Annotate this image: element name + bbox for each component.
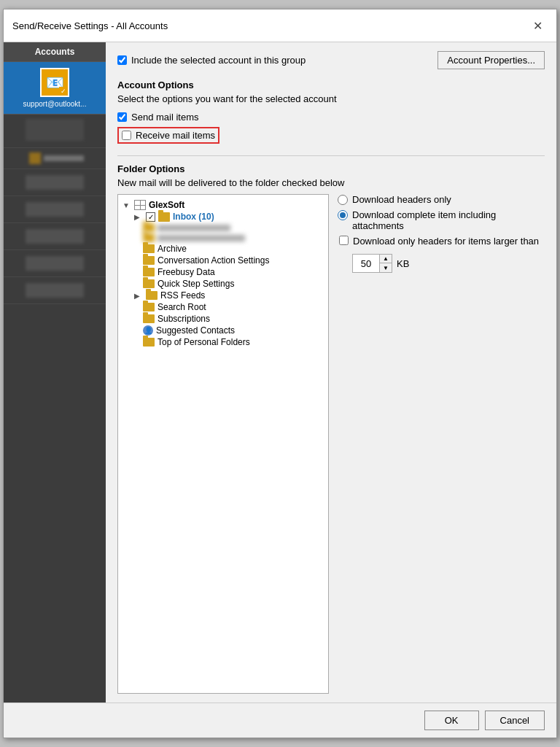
dialog-body: Accounts 📧 ✓ support@outlookt... <box>4 42 556 703</box>
folder-tree[interactable]: ▼ GlexSoft ▶ <box>117 194 329 694</box>
download-headers-large-label: Download only headers for items larger t… <box>353 236 539 247</box>
tree-label-archive: Archive <box>158 244 187 254</box>
account-options-desc: Select the options you want for the sele… <box>117 93 545 104</box>
inbox-label: Inbox (10) <box>173 212 214 222</box>
kb-value-input[interactable] <box>353 257 379 271</box>
sidebar-item-icon-4 <box>26 202 84 217</box>
include-checkbox-row: Include the selected account in this gro… <box>117 55 306 66</box>
include-row: Include the selected account in this gro… <box>117 51 545 69</box>
tree-item-top-personal[interactable]: Top of Personal Folders <box>122 336 324 348</box>
spinner-up-button[interactable]: ▲ <box>380 255 392 263</box>
send-mail-label: Send mail items <box>131 112 198 123</box>
sidebar-item-2[interactable] <box>4 148 106 169</box>
tree-label-suggested-contacts: Suggested Contacts <box>156 325 235 336</box>
receive-mail-row: Receive mail items <box>117 127 545 144</box>
tree-item-rss[interactable]: ▶ RSS Feeds <box>122 290 324 301</box>
account-icon: 📧 ✓ <box>40 68 69 97</box>
chevron-right-icon: ▶ <box>134 213 143 221</box>
conversation-folder-icon <box>143 256 155 265</box>
folder-options-section: Folder Options New mail will be delivere… <box>117 163 545 694</box>
grid-icon <box>134 200 146 210</box>
ok-button[interactable]: OK <box>424 711 479 730</box>
radio-complete-item-label: Download complete item including attachm… <box>352 209 545 231</box>
radio-complete-item[interactable] <box>338 210 348 220</box>
sidebar-item-icon-5 <box>26 229 84 244</box>
tree-item-suggested-contacts[interactable]: 👤 Suggested Contacts <box>122 325 324 336</box>
tree-item-searchroot[interactable]: Search Root <box>122 301 324 313</box>
spinner-down-button[interactable]: ▼ <box>380 263 392 272</box>
kb-unit-label: KB <box>397 258 409 269</box>
radio-headers-only-row: Download headers only <box>338 194 545 205</box>
chevron-down-icon: ▼ <box>122 201 131 209</box>
send-receive-settings-dialog: Send/Receive Settings - All Accounts ✕ A… <box>3 9 557 738</box>
sidebar-item-icon-2 <box>26 152 84 164</box>
download-headers-large-checkbox[interactable] <box>339 236 349 245</box>
folder-panel: ▼ GlexSoft ▶ <box>117 194 545 694</box>
tree-item-root[interactable]: ▼ GlexSoft <box>122 199 324 211</box>
account-badge: ✓ <box>59 87 68 96</box>
archive-folder-icon <box>143 244 155 253</box>
tree-root-label: GlexSoft <box>149 200 184 210</box>
section-divider <box>117 155 545 156</box>
tree-item-inbox[interactable]: ▶ Inbox (10) <box>122 211 324 222</box>
sidebar-item-icon-3 <box>26 175 84 190</box>
sidebar-header: Accounts <box>4 42 106 62</box>
include-account-checkbox[interactable] <box>117 55 127 65</box>
subscriptions-folder-icon <box>143 314 155 323</box>
rss-chevron-icon: ▶ <box>134 292 143 300</box>
sidebar-item-1[interactable] <box>4 115 106 148</box>
sidebar-item-7[interactable] <box>4 277 106 304</box>
sidebar-primary-account[interactable]: 📧 ✓ support@outlookt... <box>4 62 106 115</box>
tree-label-conversation: Conversation Action Settings <box>158 255 269 266</box>
rss-folder-icon <box>146 291 158 300</box>
contacts-icon: 👤 <box>143 325 153 336</box>
sidebar-item-icon-1 <box>26 119 84 141</box>
inbox-checkbox[interactable] <box>146 212 155 222</box>
tree-label-subscriptions: Subscriptions <box>158 314 210 324</box>
kb-spinner[interactable]: ▲ ▼ <box>352 254 392 273</box>
sidebar-item-3[interactable] <box>4 169 106 196</box>
tree-blurred-row-2 <box>122 233 324 243</box>
radio-complete-item-row: Download complete item including attachm… <box>338 209 545 231</box>
account-properties-button[interactable]: Account Properties... <box>438 51 545 69</box>
sidebar-item-icon-7 <box>26 283 84 298</box>
top-personal-folder-icon <box>143 338 155 347</box>
tree-label-top-personal: Top of Personal Folders <box>158 337 250 347</box>
include-account-label: Include the selected account in this gro… <box>131 55 306 66</box>
close-button[interactable]: ✕ <box>527 15 548 36</box>
tree-label-rss: RSS Feeds <box>160 290 205 301</box>
radio-headers-only-label: Download headers only <box>352 194 451 205</box>
tree-item-quickstep[interactable]: Quick Step Settings <box>122 278 324 290</box>
account-label: support@outlookt... <box>23 100 87 108</box>
cancel-button[interactable]: Cancel <box>485 711 545 730</box>
large-headers-checkbox-row: Download only headers for items larger t… <box>338 236 545 247</box>
dialog-title: Send/Receive Settings - All Accounts <box>12 20 168 31</box>
tree-item-subscriptions[interactable]: Subscriptions <box>122 313 324 325</box>
account-options-section: Account Options Select the options you w… <box>117 80 545 148</box>
radio-headers-only[interactable] <box>338 195 348 205</box>
titlebar: Send/Receive Settings - All Accounts ✕ <box>4 9 556 42</box>
sidebar-item-6[interactable] <box>4 250 106 277</box>
account-options-title: Account Options <box>117 80 545 90</box>
folder-options-title: Folder Options <box>117 163 545 174</box>
send-mail-row: Send mail items <box>117 112 545 123</box>
sidebar-item-4[interactable] <box>4 196 106 223</box>
download-options: Download headers only Download complete … <box>338 194 545 694</box>
dialog-footer: OK Cancel <box>4 703 556 738</box>
send-mail-checkbox[interactable] <box>117 112 127 122</box>
tree-item-archive[interactable]: Archive <box>122 243 324 255</box>
kb-row: ▲ ▼ KB <box>338 254 545 273</box>
receive-mail-checkbox[interactable] <box>122 131 131 140</box>
tree-label-quickstep: Quick Step Settings <box>158 279 234 289</box>
main-content: Include the selected account in this gro… <box>106 42 556 703</box>
tree-item-freebusy[interactable]: Freebusy Data <box>122 266 324 278</box>
spinner-arrows: ▲ ▼ <box>379 255 392 272</box>
folder-options-desc: New mail will be delivered to the folder… <box>117 177 545 188</box>
tree-item-conversation[interactable]: Conversation Action Settings <box>122 255 324 266</box>
tree-blurred-row-1 <box>122 222 324 233</box>
tree-label-freebusy: Freebusy Data <box>158 267 215 277</box>
freebusy-folder-icon <box>143 268 155 276</box>
quickstep-folder-icon <box>143 279 155 288</box>
sidebar-item-5[interactable] <box>4 223 106 250</box>
tree-label-searchroot: Search Root <box>158 302 206 312</box>
